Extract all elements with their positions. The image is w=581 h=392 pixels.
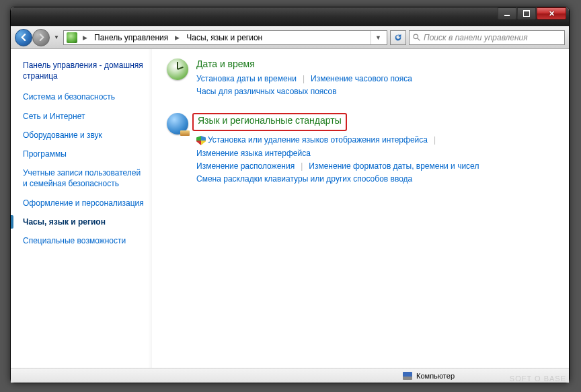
address-dropdown[interactable]: ▼: [371, 31, 385, 44]
section-date-time: Дата и время Установка даты и времени | …: [167, 58, 554, 98]
breadcrumb-separator: ▶: [80, 34, 90, 41]
watermark: SOFT O BASE: [510, 375, 566, 383]
maximize-button[interactable]: [517, 7, 536, 19]
svg-point-0: [414, 34, 418, 39]
content-pane: Дата и время Установка даты и времени | …: [152, 49, 569, 368]
navigation-bar: ▼ ▶ Панель управления ▶ Часы, язык и рег…: [11, 26, 569, 49]
back-button[interactable]: [15, 29, 32, 46]
link-change-keyboard[interactable]: Смена раскладки клавиатуры или других сп…: [196, 173, 412, 186]
nav-history-dropdown[interactable]: ▼: [52, 30, 61, 45]
sidebar-item-clock-region[interactable]: Часы, язык и регион: [23, 213, 144, 231]
section-region-language: Язык и региональные стандарты Установка …: [167, 113, 554, 186]
link-install-display-languages[interactable]: Установка или удаление языков отображени…: [208, 134, 428, 147]
sidebar-home-link[interactable]: Панель управления - домашняя страница: [23, 60, 144, 81]
nav-arrows: [15, 29, 50, 46]
address-bar[interactable]: ▶ Панель управления ▶ Часы, язык и регио…: [63, 30, 387, 45]
minimize-button[interactable]: [498, 7, 516, 19]
sidebar-item-network[interactable]: Сеть и Интернет: [23, 108, 144, 125]
clock-icon: [167, 58, 188, 80]
link-additional-clocks[interactable]: Часы для различных часовых поясов: [196, 85, 337, 98]
refresh-button[interactable]: [390, 30, 406, 45]
section-title-region-language[interactable]: Язык и региональные стандарты: [198, 115, 342, 126]
globe-icon: [167, 113, 188, 134]
link-change-display-language[interactable]: Изменение языка интерфейса: [196, 147, 311, 160]
search-placeholder: Поиск в панели управления: [424, 33, 528, 42]
status-computer-label: Компьютер: [416, 372, 455, 380]
control-panel-icon: [67, 32, 77, 43]
svg-line-1: [418, 38, 420, 40]
forward-button[interactable]: [32, 29, 50, 46]
link-change-formats[interactable]: Изменение форматов даты, времени и чисел: [309, 160, 479, 173]
shield-icon: [196, 136, 206, 145]
sidebar-item-programs[interactable]: Программы: [23, 145, 144, 163]
section-title-date-time[interactable]: Дата и время: [196, 58, 255, 69]
highlight-box: Язык и региональные стандарты: [192, 113, 347, 131]
link-set-date-time[interactable]: Установка даты и времени: [196, 73, 297, 85]
link-change-location[interactable]: Изменение расположения: [196, 160, 295, 173]
status-bar: Компьютер: [11, 368, 569, 383]
breadcrumb-root[interactable]: Панель управления: [91, 32, 171, 44]
control-panel-window: ▼ ▶ Панель управления ▶ Часы, язык и рег…: [10, 7, 570, 383]
link-change-timezone[interactable]: Изменение часового пояса: [311, 73, 412, 85]
sidebar-item-accounts[interactable]: Учетные записи пользователей и семейная …: [23, 164, 144, 192]
titlebar[interactable]: [11, 7, 569, 26]
sidebar-item-appearance[interactable]: Оформление и персонализация: [23, 194, 144, 212]
sidebar: Панель управления - домашняя страница Си…: [11, 49, 152, 368]
window-body: Панель управления - домашняя страница Си…: [11, 49, 569, 368]
sidebar-item-accessibility[interactable]: Специальные возможности: [23, 232, 144, 249]
sidebar-item-hardware[interactable]: Оборудование и звук: [23, 126, 144, 144]
computer-icon: [403, 372, 412, 380]
close-button[interactable]: [537, 7, 566, 19]
search-box[interactable]: Поиск в панели управления: [409, 30, 565, 45]
breadcrumb-current[interactable]: Часы, язык и регион: [184, 32, 265, 44]
breadcrumb-separator: ▶: [172, 34, 182, 41]
sidebar-item-system[interactable]: Система и безопасность: [23, 88, 144, 106]
search-icon: [412, 33, 421, 42]
